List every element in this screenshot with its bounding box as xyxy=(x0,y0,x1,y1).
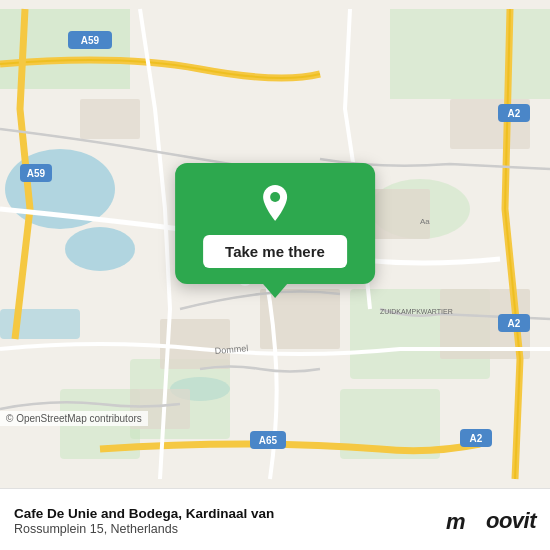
location-info: Cafe De Unie and Bodega, Kardinaal van R… xyxy=(14,505,274,537)
take-me-there-button[interactable]: Take me there xyxy=(203,235,347,268)
svg-text:A59: A59 xyxy=(27,168,46,179)
svg-text:ZUIDKAMPKWARTIER: ZUIDKAMPKWARTIER xyxy=(380,308,453,315)
copyright-text: © OpenStreetMap contributors xyxy=(0,411,148,426)
svg-text:A2: A2 xyxy=(508,318,521,329)
map-area: A59 A59 A2 A2 A2 A65 Dommel Dommel Aa ZU… xyxy=(0,0,550,488)
popup-tail xyxy=(263,284,287,298)
svg-text:A2: A2 xyxy=(508,108,521,119)
svg-point-35 xyxy=(270,192,280,202)
moovit-text: oovit xyxy=(486,508,536,534)
svg-text:A2: A2 xyxy=(470,433,483,444)
location-pin-icon xyxy=(253,181,297,225)
svg-text:A65: A65 xyxy=(259,435,278,446)
svg-text:Aa: Aa xyxy=(420,217,430,226)
location-subtitle: Rossumplein 15, Netherlands xyxy=(14,522,274,536)
moovit-logo: m oovit xyxy=(446,507,536,535)
bottom-bar: Cafe De Unie and Bodega, Kardinaal van R… xyxy=(0,488,550,550)
svg-text:m: m xyxy=(446,509,465,534)
svg-point-1 xyxy=(65,227,135,271)
location-title: Cafe De Unie and Bodega, Kardinaal van xyxy=(14,505,274,523)
moovit-brand-icon: m xyxy=(446,507,482,535)
svg-text:A59: A59 xyxy=(81,35,100,46)
popup-card: Take me there xyxy=(175,163,375,284)
popup-overlay: Take me there xyxy=(175,163,375,298)
svg-rect-15 xyxy=(80,99,140,139)
svg-rect-5 xyxy=(390,9,550,99)
app-container: A59 A59 A2 A2 A2 A65 Dommel Dommel Aa ZU… xyxy=(0,0,550,550)
